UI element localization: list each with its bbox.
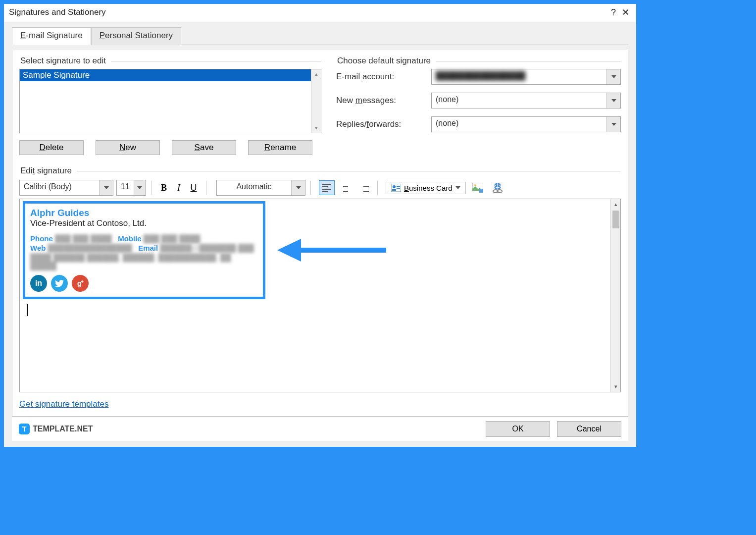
tab-strip: E-mail Signature Personal Stationery xyxy=(12,27,628,45)
listbox-scrollbar[interactable]: ▴ ▾ xyxy=(311,69,321,133)
phone-value: ███ ███ ████ xyxy=(55,234,112,243)
scroll-up-icon[interactable]: ▴ xyxy=(315,69,318,79)
svg-rect-3 xyxy=(397,188,400,189)
align-right-button[interactable] xyxy=(356,180,372,195)
align-left-button[interactable] xyxy=(319,180,335,195)
select-signature-label: Select signature to edit xyxy=(19,56,107,66)
text-cursor xyxy=(27,304,28,316)
watermark-text: TEMPLATE.NET xyxy=(33,425,93,433)
address-value: ████ ██████ ██████, ██████, ███████████,… xyxy=(30,253,258,270)
template-logo-icon: T xyxy=(19,424,30,434)
scroll-up-icon[interactable]: ▴ xyxy=(614,199,617,210)
tab-email-signature[interactable]: E-mail Signature xyxy=(12,27,91,45)
signature-highlight-box: Alphr Guides Vice-President at Contoso, … xyxy=(23,201,265,299)
business-card-icon xyxy=(391,184,401,192)
scroll-down-icon[interactable]: ▾ xyxy=(614,381,617,392)
email-value: ██████@███████.███ xyxy=(160,244,253,252)
mobile-value: ███ ███ ████ xyxy=(144,234,201,243)
titlebar: Signatures and Stationery ? ✕ xyxy=(4,4,636,22)
font-color-combo[interactable]: Automatic xyxy=(216,180,305,196)
editor-scrollbar[interactable]: ▴ ▾ xyxy=(610,199,620,392)
annotation-arrow-icon xyxy=(277,238,386,263)
chevron-down-icon xyxy=(455,186,460,189)
email-account-value: ████████████████ xyxy=(432,69,606,84)
dialog-footer: T TEMPLATE.NET OK Cancel xyxy=(12,417,628,441)
cancel-button[interactable]: Cancel xyxy=(557,421,621,437)
svg-point-1 xyxy=(393,185,396,188)
email-label: Email xyxy=(138,244,158,252)
dialog-title: Signatures and Stationery xyxy=(9,7,106,17)
email-account-combo[interactable]: ████████████████ xyxy=(431,69,621,85)
bold-button[interactable]: B xyxy=(156,181,171,195)
delete-button[interactable]: Delete xyxy=(19,140,84,155)
save-button[interactable]: Save xyxy=(172,140,236,155)
signature-editor[interactable]: Alphr Guides Vice-President at Contoso, … xyxy=(19,199,621,392)
font-size-value: 11 xyxy=(117,180,134,195)
signature-list-item[interactable]: Sample Signature xyxy=(20,69,321,81)
watermark: T TEMPLATE.NET xyxy=(19,424,93,434)
new-messages-combo[interactable]: (none) xyxy=(431,93,621,108)
font-family-combo[interactable]: Calibri (Body) xyxy=(19,180,113,196)
chevron-down-icon[interactable] xyxy=(291,180,305,195)
svg-point-6 xyxy=(474,184,476,186)
italic-button[interactable]: I xyxy=(171,181,186,195)
align-center-button[interactable] xyxy=(338,180,353,195)
dialog-body: E-mail Signature Personal Stationery Sel… xyxy=(4,22,636,447)
svg-rect-2 xyxy=(397,186,400,187)
twitter-icon[interactable] xyxy=(51,275,68,292)
insert-picture-button[interactable] xyxy=(470,180,486,195)
signature-job-title: Vice-President at Contoso, Ltd. xyxy=(30,218,258,228)
googleplus-icon[interactable]: g+ xyxy=(72,275,89,292)
chevron-down-icon[interactable] xyxy=(99,180,113,195)
business-card-button[interactable]: Business Card xyxy=(386,182,466,194)
signature-listbox[interactable]: Sample Signature ▴ ▾ xyxy=(19,69,321,133)
close-icon[interactable]: ✕ xyxy=(619,7,631,18)
new-messages-label: New messages: xyxy=(336,96,425,106)
help-icon[interactable]: ? xyxy=(607,7,619,18)
font-family-value: Calibri (Body) xyxy=(20,180,99,195)
default-signature-label: Choose default signature xyxy=(336,56,432,66)
edit-signature-label: Edit signature xyxy=(19,166,73,176)
linkedin-icon[interactable]: in xyxy=(30,275,47,292)
mobile-label: Mobile xyxy=(118,234,142,243)
chevron-down-icon[interactable] xyxy=(606,69,620,84)
svg-rect-4 xyxy=(392,189,396,191)
replies-forwards-combo[interactable]: (none) xyxy=(431,116,621,132)
signatures-dialog: Signatures and Stationery ? ✕ E-mail Sig… xyxy=(4,4,636,447)
signature-name: Alphr Guides xyxy=(30,208,258,218)
editor-toolbar: Calibri (Body) 11 B I U Automatic xyxy=(19,179,621,199)
get-templates-link[interactable]: Get signature templates xyxy=(19,399,108,409)
web-label: Web xyxy=(30,244,46,252)
replies-forwards-value: (none) xyxy=(432,117,606,132)
chevron-down-icon[interactable] xyxy=(134,180,146,195)
font-color-value: Automatic xyxy=(217,180,291,195)
svg-text:+: + xyxy=(81,279,84,284)
font-size-combo[interactable]: 11 xyxy=(116,180,146,196)
insert-hyperlink-button[interactable] xyxy=(490,180,505,195)
email-account-label: E-mail account: xyxy=(336,72,425,82)
ok-button[interactable]: OK xyxy=(486,421,550,437)
svg-rect-7 xyxy=(479,189,483,193)
phone-label: Phone xyxy=(30,234,53,243)
scroll-thumb[interactable] xyxy=(612,211,619,228)
underline-button[interactable]: U xyxy=(186,181,201,195)
chevron-down-icon[interactable] xyxy=(606,117,620,132)
tab-panel: Select signature to edit Sample Signatur… xyxy=(12,50,628,417)
web-value: ████████████████ xyxy=(48,244,132,252)
new-button[interactable]: New xyxy=(96,140,160,155)
chevron-down-icon[interactable] xyxy=(606,93,620,108)
tab-personal-stationery[interactable]: Personal Stationery xyxy=(91,27,181,45)
rename-button[interactable]: Rename xyxy=(248,140,312,155)
replies-forwards-label: Replies/forwards: xyxy=(336,119,425,129)
new-messages-value: (none) xyxy=(432,93,606,108)
scroll-down-icon[interactable]: ▾ xyxy=(315,123,318,133)
